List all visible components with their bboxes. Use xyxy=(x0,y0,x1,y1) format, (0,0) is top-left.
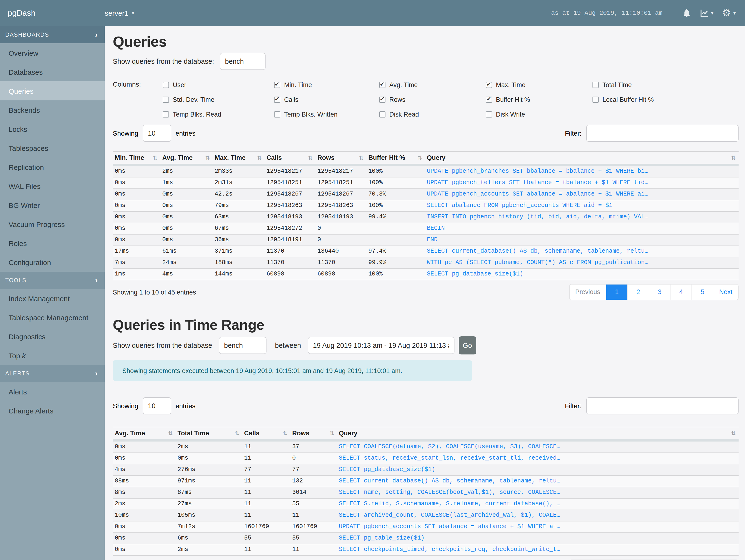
query-link[interactable]: INSERT INTO pgbench_history (tid, bid, a… xyxy=(427,213,648,220)
go-button[interactable]: Go xyxy=(458,336,476,355)
column-header-buffer-hit[interactable]: Buffer Hit %⇅ xyxy=(366,152,425,165)
column-header-query[interactable]: Query⇅ xyxy=(425,152,739,165)
sidebar-item-tablespaces[interactable]: Tablespaces xyxy=(0,138,105,158)
page-button-2[interactable]: 2 xyxy=(627,285,649,300)
chevron-right-icon: › xyxy=(95,31,98,38)
sidebar-item-wal-files[interactable]: WAL Files xyxy=(0,176,105,196)
query-link[interactable]: UPDATE pgbench_tellers SET tbalance = tb… xyxy=(427,179,648,186)
sidebar-item-locks[interactable]: Locks xyxy=(0,120,105,138)
column-checkbox-max-time[interactable]: Max. Time xyxy=(486,77,592,92)
column-checkbox-min-time[interactable]: Min. Time xyxy=(274,77,379,92)
cell-value: 63ms xyxy=(213,211,265,223)
sidebar-item-vacuum-progress[interactable]: Vacuum Progress xyxy=(0,215,105,234)
column-header-total-time[interactable]: Total Time⇅ xyxy=(175,427,242,440)
filter-label: Filter: xyxy=(565,129,582,137)
column-checkbox-rows[interactable]: Rows xyxy=(379,92,486,107)
sidebar-item-backends[interactable]: Backends xyxy=(0,100,105,120)
column-checkbox-disk-write[interactable]: Disk Write xyxy=(486,107,592,122)
query-link[interactable]: UPDATE pgbench_accounts SET abalance = a… xyxy=(339,523,560,530)
server-dropdown[interactable]: server1 ▾ xyxy=(105,9,134,17)
entries-count-input-2[interactable] xyxy=(142,397,171,415)
page-button-4[interactable]: 4 xyxy=(670,285,691,300)
sidebar-item-top-k[interactable]: Topk xyxy=(0,346,105,365)
cell-value: 0ms xyxy=(113,211,160,223)
sidebar-item-change-alerts[interactable]: Change Alerts xyxy=(0,401,105,420)
column-header-query[interactable]: Query⇅ xyxy=(337,427,739,440)
column-header-avg-time[interactable]: Avg. Time⇅ xyxy=(160,152,213,165)
query-link[interactable]: SELECT S.relid, S.schemaname, S.relname,… xyxy=(339,500,560,507)
table-row: 0ms0ms67ms12954182720BEGIN xyxy=(113,223,739,234)
page-button-3[interactable]: 3 xyxy=(649,285,670,300)
column-header-calls[interactable]: Calls⇅ xyxy=(265,152,316,165)
query-link[interactable]: SELECT pg_table_size($1) xyxy=(339,535,424,541)
sidebar-item-bg-writer[interactable]: BG Writer xyxy=(0,196,105,215)
cell-value: 0ms xyxy=(175,453,242,464)
column-header-calls[interactable]: Calls⇅ xyxy=(242,427,290,440)
cell-value: 144ms xyxy=(213,269,265,280)
column-checkbox-total-time[interactable]: Total Time xyxy=(592,77,654,92)
brand-logo[interactable]: pgDash xyxy=(0,8,105,18)
column-checkbox-avg-time[interactable]: Avg. Time xyxy=(379,77,486,92)
query-link[interactable]: UPDATE pgbench_accounts SET abalance = a… xyxy=(427,191,648,197)
page-button-5[interactable]: 5 xyxy=(691,285,713,300)
notifications-bell-icon[interactable] xyxy=(682,8,691,18)
database-input[interactable] xyxy=(220,53,265,70)
page-button-1[interactable]: 1 xyxy=(606,285,627,300)
previous-page-button[interactable]: Previous xyxy=(570,285,606,300)
time-range-input[interactable] xyxy=(307,337,454,354)
checkbox-label: Buffer Hit % xyxy=(496,96,530,103)
filter-input[interactable] xyxy=(586,125,739,142)
column-checkbox-user[interactable]: User xyxy=(163,77,274,92)
sidebar-item-roles[interactable]: Roles xyxy=(0,234,105,253)
sidebar-item-replication[interactable]: Replication xyxy=(0,158,105,176)
query-link[interactable]: SELECT COALESCE(datname, $2), COALESCE(u… xyxy=(339,443,560,450)
sidebar-item-tablespace-management[interactable]: Tablespace Management xyxy=(0,308,105,327)
query-link[interactable]: SELECT archived_count, COALESCE(last_arc… xyxy=(339,512,560,519)
query-link[interactable]: END xyxy=(427,236,438,243)
column-header-min-time[interactable]: Min. Time⇅ xyxy=(113,152,160,165)
sidebar-section-alerts[interactable]: ALERTS› xyxy=(0,365,105,382)
query-link[interactable]: SELECT pg_database_size($1) xyxy=(427,271,523,277)
query-link[interactable]: BEGIN xyxy=(427,225,445,232)
column-header-avg-time[interactable]: Avg. Time⇅ xyxy=(113,427,175,440)
cell-value: 1295418217 xyxy=(265,165,316,177)
sidebar-item-diagnostics[interactable]: Diagnostics xyxy=(0,327,105,346)
sidebar-section-dashboards[interactable]: DASHBOARDS› xyxy=(0,26,105,43)
column-header-rows[interactable]: Rows⇅ xyxy=(316,152,366,165)
query-link[interactable]: SELECT current_database() AS db, scheman… xyxy=(339,478,560,484)
query-link[interactable]: SELECT status, receive_start_lsn, receiv… xyxy=(339,455,560,462)
column-checkbox-buffer-hit[interactable]: Buffer Hit % xyxy=(486,92,592,107)
next-page-button[interactable]: Next xyxy=(713,285,738,300)
entries-count-input[interactable] xyxy=(142,125,171,142)
cell-value: 99.4% xyxy=(366,211,425,223)
column-checkbox-disk-read[interactable]: Disk Read xyxy=(379,107,486,122)
sidebar-item-index-management[interactable]: Index Management xyxy=(0,289,105,308)
sidebar-item-databases[interactable]: Databases xyxy=(0,62,105,81)
column-checkbox-calls[interactable]: Calls xyxy=(274,92,379,107)
table-row: 0ms2ms1111SELECT checkpoints_timed, chec… xyxy=(113,544,739,556)
column-checkbox-local-buffer-hit[interactable]: Local Buffer Hit % xyxy=(592,92,654,107)
column-checkbox-std-dev-time[interactable]: Std. Dev. Time xyxy=(163,92,274,107)
column-header-rows[interactable]: Rows⇅ xyxy=(290,427,337,440)
cell-value: 0 xyxy=(316,234,366,246)
query-link[interactable]: WITH pc AS (SELECT pubname, COUNT(*) AS … xyxy=(427,259,648,266)
sidebar-item-overview[interactable]: Overview xyxy=(0,43,105,62)
query-link[interactable]: SELECT abalance FROM pgbench_accounts WH… xyxy=(427,202,612,209)
sidebar-section-tools[interactable]: TOOLS› xyxy=(0,272,105,289)
sidebar-item-configuration[interactable]: Configuration xyxy=(0,253,105,272)
query-link[interactable]: SELECT checkpoints_timed, checkpoints_re… xyxy=(339,546,560,553)
column-checkbox-temp-blks-written[interactable]: Temp Blks. Written xyxy=(274,107,379,122)
cell-value: 0 xyxy=(316,223,366,234)
column-checkbox-temp-blks-read[interactable]: Temp Blks. Read xyxy=(163,107,274,122)
query-link[interactable]: SELECT name, setting, COALESCE(boot_val,… xyxy=(339,489,560,496)
sidebar-item-alerts[interactable]: Alerts xyxy=(0,382,105,401)
query-link[interactable]: SELECT pg_database_size($1) xyxy=(339,466,435,473)
database-input-2[interactable] xyxy=(219,337,266,354)
settings-menu[interactable]: ⚙︎ ▾ xyxy=(722,8,736,18)
sidebar-item-queries[interactable]: Queries xyxy=(0,81,105,100)
query-link[interactable]: UPDATE pgbench_branches SET bbalance = b… xyxy=(427,168,648,175)
charts-menu[interactable]: ▾ xyxy=(700,8,713,18)
query-link[interactable]: SELECT current_database() AS db, scheman… xyxy=(427,248,648,255)
filter-input-2[interactable] xyxy=(586,397,739,415)
column-header-max-time[interactable]: Max. Time⇅ xyxy=(213,152,265,165)
